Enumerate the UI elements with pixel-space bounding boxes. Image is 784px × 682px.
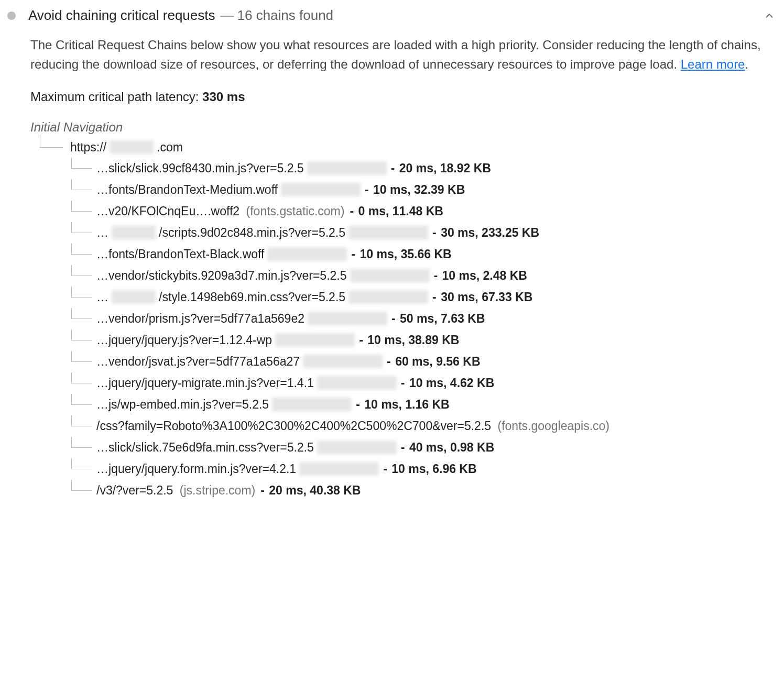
redacted-origin — [267, 247, 347, 261]
request-stats: - 10 ms, 32.39 KB — [364, 183, 465, 196]
redacted-origin — [349, 290, 428, 304]
audit-title: Avoid chaining critical requests — [28, 7, 215, 24]
chain-row: …/style.1498eb69.min.css?ver=5.2.5- 30 m… — [64, 287, 777, 308]
redacted-origin — [349, 226, 428, 239]
audit-count-label: 16 chains found — [237, 7, 333, 23]
request-stats: - 10 ms, 2.48 KB — [433, 269, 527, 282]
redacted-origin — [275, 333, 355, 347]
status-dot-icon — [7, 12, 16, 20]
redacted-path-segment — [112, 226, 156, 239]
request-stats: - 40 ms, 0.98 KB — [400, 441, 494, 454]
chain-root-row: https://.com — [30, 137, 777, 158]
chain-row: …jquery/jquery-migrate.min.js?ver=1.4.1-… — [64, 372, 777, 394]
root-url-prefix: https:// — [70, 140, 106, 154]
request-path-suffix: /style.1498eb69.min.css?ver=5.2.5 — [159, 290, 345, 304]
request-path: …slick/slick.75e6d9fa.min.css?ver=5.2.5 — [96, 441, 314, 454]
request-path: …v20/KFOlCnqEu….woff2 — [96, 204, 239, 218]
request-path: …js/wp-embed.min.js?ver=5.2.5 — [96, 398, 269, 411]
chain-row: …v20/KFOlCnqEu….woff2 fonts.gstatic.com-… — [64, 201, 777, 222]
request-path: …vendor/stickybits.9209a3d7.min.js?ver=5… — [96, 269, 347, 282]
request-path: … — [96, 226, 108, 239]
request-path: /css?family=Roboto%3A100%2C300%2C400%2C5… — [96, 419, 491, 433]
max-latency-value: 330 ms — [202, 90, 245, 104]
request-stats: - 20 ms, 40.38 KB — [259, 483, 361, 497]
request-path: … — [96, 290, 108, 304]
chain-children: …slick/slick.99cf8430.min.js?ver=5.2.5- … — [64, 158, 777, 501]
request-path: …fonts/BrandonText-Medium.woff — [96, 183, 278, 196]
request-stats: - 10 ms, 1.16 KB — [355, 398, 449, 411]
request-origin: fonts.gstatic.com — [246, 204, 345, 218]
redacted-origin — [350, 269, 430, 282]
learn-more-link[interactable]: Learn more — [681, 57, 745, 71]
chain-row: …fonts/BrandonText-Medium.woff- 10 ms, 3… — [64, 179, 777, 201]
request-stats: - 0 ms, 11.48 KB — [349, 204, 443, 218]
chain-row: …fonts/BrandonText-Black.woff- 10 ms, 35… — [64, 244, 777, 265]
audit-description: The Critical Request Chains below show y… — [7, 35, 777, 90]
request-stats: - 50 ms, 7.63 KB — [390, 312, 485, 325]
request-path: …vendor/prism.js?ver=5df77a1a569e2 — [96, 312, 304, 325]
redacted-origin — [307, 161, 387, 175]
request-path-suffix: /scripts.9d02c848.min.js?ver=5.2.5 — [159, 226, 345, 239]
initial-navigation-label: Initial Navigation — [30, 120, 777, 135]
request-stats: - 10 ms, 35.66 KB — [350, 247, 451, 261]
chain-row: …slick/slick.75e6d9fa.min.css?ver=5.2.5-… — [64, 437, 777, 458]
audit-description-post: . — [745, 57, 748, 71]
redacted-origin — [308, 312, 387, 325]
chain-row: …jquery/jquery.form.min.js?ver=4.2.1- 10… — [64, 458, 777, 480]
chain-row: …vendor/prism.js?ver=5df77a1a569e2- 50 m… — [64, 308, 777, 329]
chain-row: …vendor/jsvat.js?ver=5df77a1a56a27- 60 m… — [64, 351, 777, 372]
redacted-origin — [281, 183, 361, 196]
request-path: …jquery/jquery.form.min.js?ver=4.2.1 — [96, 462, 296, 476]
redacted-domain — [110, 140, 154, 154]
request-stats: - 20 ms, 18.92 KB — [390, 161, 491, 175]
redacted-path-segment — [112, 290, 156, 304]
request-stats: - 60 ms, 9.56 KB — [386, 355, 480, 368]
request-stats: - 30 ms, 67.33 KB — [431, 290, 532, 304]
request-path: …slick/slick.99cf8430.min.js?ver=5.2.5 — [96, 161, 304, 175]
request-path: …jquery/jquery.js?ver=1.12.4-wp — [96, 333, 272, 347]
chain-row: /v3/?ver=5.2.5 js.stripe.com- 20 ms, 40.… — [64, 480, 777, 501]
request-stats: - 10 ms, 6.96 KB — [382, 462, 476, 476]
request-origin: js.stripe.com — [180, 483, 255, 497]
max-latency-label: Maximum critical path latency: — [30, 90, 202, 104]
request-stats: - 10 ms, 4.62 KB — [400, 376, 494, 390]
max-latency: Maximum critical path latency: 330 ms — [7, 90, 777, 120]
request-path: …vendor/jsvat.js?ver=5df77a1a56a27 — [96, 355, 300, 368]
chain-row: …slick/slick.99cf8430.min.js?ver=5.2.5- … — [64, 158, 777, 179]
request-origin: fonts.googleapis.co — [497, 419, 609, 433]
redacted-origin — [299, 462, 379, 476]
request-stats: - 30 ms, 233.25 KB — [431, 226, 539, 239]
request-path: …jquery/jquery-migrate.min.js?ver=1.4.1 — [96, 376, 314, 390]
audit-header[interactable]: Avoid chaining critical requests —16 cha… — [7, 4, 777, 35]
request-path: /v3/?ver=5.2.5 — [96, 483, 173, 497]
chain-row: …vendor/stickybits.9209a3d7.min.js?ver=5… — [64, 265, 777, 287]
root-url-suffix: .com — [157, 140, 183, 154]
redacted-origin — [317, 376, 397, 390]
chevron-up-icon[interactable] — [762, 8, 777, 23]
request-chain-tree: Initial Navigation https://.com …slick/s… — [7, 120, 777, 501]
request-path: …fonts/BrandonText-Black.woff — [96, 247, 264, 261]
audit-count: —16 chains found — [220, 7, 333, 24]
redacted-origin — [317, 441, 397, 454]
chain-row: …js/wp-embed.min.js?ver=5.2.5- 10 ms, 1.… — [64, 394, 777, 415]
chain-row: …/scripts.9d02c848.min.js?ver=5.2.5- 30 … — [64, 222, 777, 244]
chain-row: …jquery/jquery.js?ver=1.12.4-wp- 10 ms, … — [64, 329, 777, 351]
redacted-origin — [303, 355, 383, 368]
audit-panel: Avoid chaining critical requests —16 cha… — [0, 0, 784, 517]
request-stats: - 10 ms, 38.89 KB — [358, 333, 459, 347]
redacted-origin — [272, 398, 352, 411]
audit-description-text: The Critical Request Chains below show y… — [30, 38, 761, 71]
chain-row: /css?family=Roboto%3A100%2C300%2C400%2C5… — [64, 415, 777, 437]
